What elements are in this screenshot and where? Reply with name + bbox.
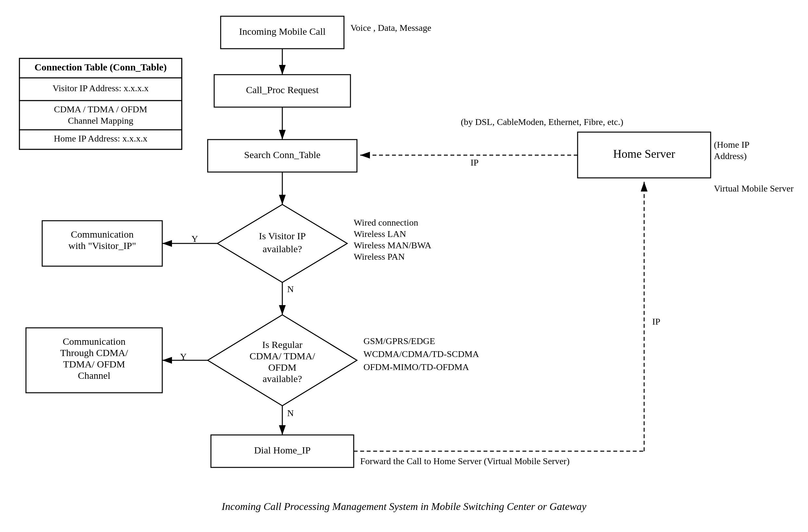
comm-cdma-text-2: Through CDMA/ xyxy=(60,347,128,358)
forward-label: Forward the Call to Home Server (Virtual… xyxy=(360,456,569,466)
flowchart-svg: .node-rect { fill: #fff; stroke: #000; s… xyxy=(0,0,808,532)
conn-table-row2-text-2: Channel Mapping xyxy=(68,115,133,126)
incoming-call-label: Incoming Mobile Call xyxy=(239,26,326,37)
comm-visitor-text-1: Communication xyxy=(71,229,133,240)
call-proc-label: Call_Proc Request xyxy=(246,85,319,95)
wired-label-4: Wireless PAN xyxy=(354,252,405,262)
ip-label-1: IP xyxy=(471,158,479,167)
home-ip-label-1: (Home IP xyxy=(714,140,750,150)
conn-table-row3-text: Home IP Address: x.x.x.x xyxy=(54,133,147,144)
wired-label-1: Wired connection xyxy=(354,218,418,227)
conn-table-row1-text: Visitor IP Address: x.x.x.x xyxy=(53,83,149,93)
comm-cdma-text-1: Communication xyxy=(62,336,125,347)
n-label-1: N xyxy=(287,284,294,294)
comm-cdma-text-3: TDMA/ OFDM xyxy=(63,359,125,369)
gsm-label-1: GSM/GPRS/EDGE xyxy=(364,336,435,346)
voice-data-label: Voice , Data, Message xyxy=(350,23,431,33)
ip-label-2: IP xyxy=(652,316,660,327)
virtual-mobile-label: Virtual Mobile Server xyxy=(714,183,794,194)
visitor-ip-text-2: available? xyxy=(262,243,302,254)
dsl-label: (by DSL, CableModen, Ethernet, Fibre, et… xyxy=(461,117,623,127)
diagram-container: .node-rect { fill: #fff; stroke: #000; s… xyxy=(0,0,808,532)
conn-table-title: Connection Table (Conn_Table) xyxy=(34,62,166,73)
search-conn-label: Search Conn_Table xyxy=(244,149,320,160)
dial-home-label: Dial Home_IP xyxy=(254,445,311,455)
y-label-1: Y xyxy=(191,234,198,244)
cdma-text-4: available? xyxy=(262,373,302,384)
wired-label-2: Wireless LAN xyxy=(354,229,406,239)
home-server-label: Home Server xyxy=(613,147,675,160)
n-label-2: N xyxy=(287,408,294,418)
home-ip-label-2: Address) xyxy=(714,151,747,161)
cdma-text-3: OFDM xyxy=(268,362,297,373)
comm-cdma-text-4: Channel xyxy=(78,370,110,381)
cdma-text-2: CDMA/ TDMA/ xyxy=(250,351,315,361)
cdma-text-1: Is Regular xyxy=(262,339,302,350)
comm-visitor-text-2: with "Visitor_IP" xyxy=(69,240,136,251)
wired-label-3: Wireless MAN/BWA xyxy=(354,240,431,250)
gsm-label-2: WCDMA/CDMA/TD-SCDMA xyxy=(364,349,479,359)
gsm-label-3: OFDM-MIMO/TD-OFDMA xyxy=(364,362,469,372)
visitor-ip-text-1: Is Visitor IP xyxy=(259,231,306,241)
conn-table-row2-text-1: CDMA / TDMA / OFDM xyxy=(54,104,147,114)
diagram-caption: Incoming Call Processing Management Syst… xyxy=(222,500,586,513)
